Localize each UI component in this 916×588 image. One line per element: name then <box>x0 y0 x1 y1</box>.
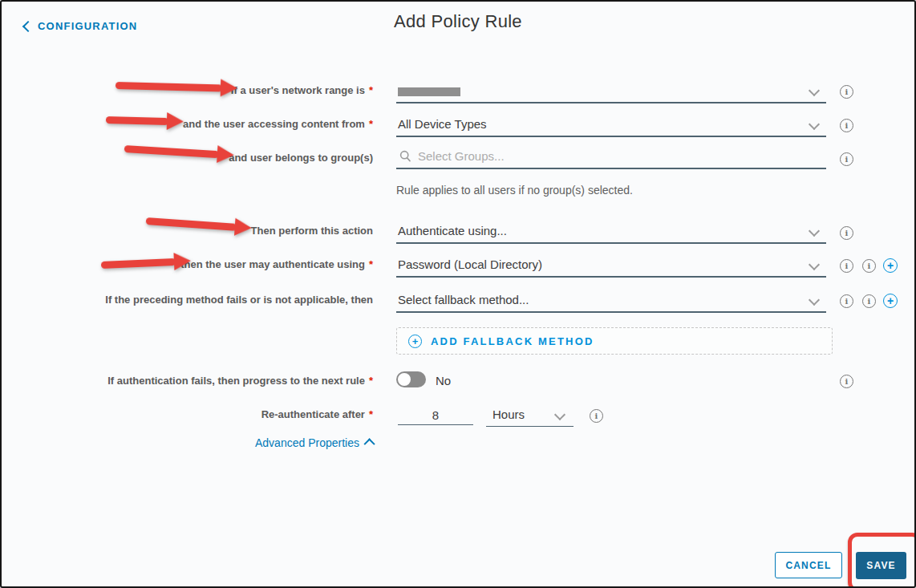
reauth-value-input[interactable] <box>398 406 473 425</box>
add-fallback-method-button[interactable]: + ADD FALLBACK METHOD <box>396 327 833 355</box>
info-icon[interactable]: i <box>840 119 853 132</box>
redacted-value <box>398 87 460 96</box>
action-select[interactable]: Authenticate using... <box>396 221 826 244</box>
toggle-knob <box>398 373 411 386</box>
info-icon[interactable]: i <box>862 259 876 273</box>
progress-next-label: If authentication fails, then progress t… <box>2 375 373 387</box>
info-icon[interactable]: i <box>840 226 853 240</box>
chevron-down-icon <box>809 85 820 96</box>
chevron-down-icon <box>809 259 820 270</box>
network-range-label: If a user's network range is* <box>2 84 373 96</box>
cancel-button[interactable]: CANCEL <box>775 552 842 578</box>
add-method-plus-icon[interactable]: + <box>883 258 898 273</box>
plus-circle-icon: + <box>408 335 422 348</box>
chevron-down-icon <box>809 225 820 237</box>
add-fallback-plus-icon[interactable]: + <box>883 294 898 308</box>
auth-method-label: then the user may authenticate using* <box>2 258 373 270</box>
add-fallback-method-label: ADD FALLBACK METHOD <box>431 335 594 347</box>
device-type-select[interactable]: All Device Types <box>396 115 826 137</box>
info-icon[interactable]: i <box>840 294 853 308</box>
auth-method-select[interactable]: Password (Local Directory) <box>396 255 826 278</box>
info-icon[interactable]: i <box>862 294 876 308</box>
info-icon[interactable]: i <box>840 259 853 273</box>
device-type-label: and the user accessing content from* <box>2 118 373 130</box>
groups-search-field[interactable] <box>396 147 826 169</box>
reauth-label: Re-authenticate after* <box>2 408 373 420</box>
fallback-select[interactable]: Select fallback method... <box>396 290 826 313</box>
action-label: Then perform this action <box>2 225 373 237</box>
progress-next-toggle[interactable] <box>396 371 426 387</box>
chevron-down-icon <box>809 119 820 130</box>
save-button[interactable]: SAVE <box>856 552 906 579</box>
reauth-unit-select[interactable]: Hours <box>486 405 574 427</box>
info-icon[interactable]: i <box>840 152 853 166</box>
network-range-select[interactable] <box>396 81 826 103</box>
info-icon[interactable]: i <box>590 409 603 423</box>
advanced-properties-link[interactable]: Advanced Properties <box>255 436 375 449</box>
info-icon[interactable]: i <box>840 375 853 388</box>
groups-label: and user belongs to group(s) <box>2 152 373 164</box>
toggle-value-label: No <box>436 374 451 387</box>
groups-helper-text: Rule applies to all users if no group(s)… <box>396 184 633 197</box>
add-policy-rule-dialog: CONFIGURATION Add Policy Rule If a user'… <box>0 0 916 588</box>
chevron-down-icon <box>554 409 565 420</box>
page-title: Add Policy Rule <box>2 11 914 32</box>
search-icon <box>399 150 411 162</box>
chevron-up-icon <box>363 438 375 449</box>
chevron-down-icon <box>809 294 820 306</box>
groups-search-input[interactable] <box>418 149 795 163</box>
info-icon[interactable]: i <box>840 85 853 99</box>
fallback-label: If the preceding method fails or is not … <box>2 294 373 306</box>
